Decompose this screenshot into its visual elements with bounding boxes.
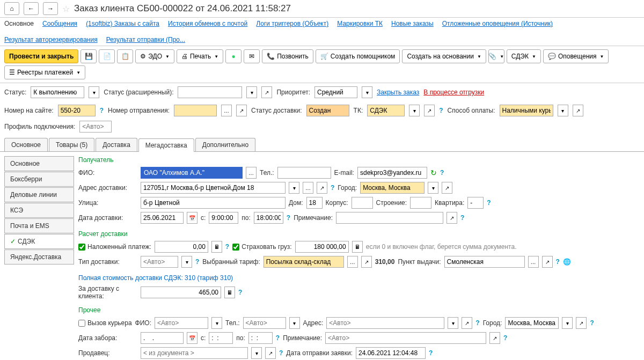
other-fio-input[interactable] bbox=[155, 317, 208, 329]
insure-calc[interactable]: 🖩 bbox=[352, 241, 363, 253]
street-input[interactable] bbox=[141, 197, 286, 209]
other-city-dropdown[interactable]: ▾ bbox=[562, 317, 573, 329]
link-autoreserve[interactable]: Результат авторезервирования bbox=[4, 36, 98, 43]
type-dropdown[interactable]: ▾ bbox=[181, 256, 192, 268]
status-input[interactable] bbox=[31, 86, 84, 98]
pickup-note-input[interactable] bbox=[325, 332, 486, 344]
address-input[interactable] bbox=[141, 182, 286, 194]
create-helper-button[interactable]: 🛒 Создать помощником bbox=[316, 49, 400, 63]
cdek-button[interactable]: СДЭК▼ bbox=[507, 49, 541, 63]
delivery-status-input[interactable] bbox=[306, 105, 349, 116]
other-tel-dropdown[interactable]: ▾ bbox=[289, 317, 300, 329]
help-icon[interactable]: ? bbox=[590, 319, 594, 327]
fio-input[interactable] bbox=[141, 167, 243, 179]
address-open[interactable]: ↗ bbox=[317, 182, 327, 194]
courier-checkbox[interactable]: Вызов курьера bbox=[78, 319, 132, 327]
help-icon[interactable]: ? bbox=[475, 319, 479, 327]
link-messages[interactable]: Сообщения bbox=[42, 20, 77, 27]
fio-browse[interactable]: … bbox=[246, 167, 257, 179]
address-browse[interactable]: … bbox=[303, 182, 313, 194]
seller-open[interactable]: ↗ bbox=[265, 347, 276, 359]
cod-input[interactable] bbox=[155, 241, 208, 253]
help-icon[interactable]: ? bbox=[287, 214, 290, 222]
link-marking[interactable]: Маркировки ТК bbox=[337, 20, 383, 27]
note-input[interactable] bbox=[336, 212, 443, 224]
other-tel-input[interactable] bbox=[243, 317, 286, 329]
delivery-cost-input[interactable] bbox=[141, 286, 221, 298]
seller-input[interactable] bbox=[141, 347, 248, 359]
request-date-input[interactable] bbox=[356, 347, 426, 359]
flat-input[interactable] bbox=[467, 197, 484, 209]
globe-icon[interactable]: 🌐 bbox=[563, 258, 571, 266]
link-triggers[interactable]: Логи триггеров (Объект) bbox=[256, 20, 328, 27]
help-icon[interactable]: ? bbox=[100, 107, 104, 114]
from-input[interactable] bbox=[209, 212, 238, 224]
star-icon[interactable]: ☆ bbox=[62, 4, 70, 14]
insure-checkbox[interactable]: Страховать груз: bbox=[232, 243, 292, 251]
tk-open[interactable]: ↗ bbox=[424, 105, 435, 116]
forward-button[interactable]: → bbox=[43, 2, 58, 15]
link-send-result[interactable]: Результат отправки (Про... bbox=[106, 36, 185, 43]
whatsapp-button[interactable]: ● bbox=[225, 49, 241, 63]
help-icon[interactable]: ? bbox=[503, 334, 507, 342]
cod-checkbox[interactable]: Наложенный платеж: bbox=[78, 243, 151, 251]
link-notifications[interactable]: Отложенные оповещения (Источник) bbox=[442, 20, 553, 27]
status-ext-dropdown[interactable]: ▾ bbox=[246, 86, 257, 98]
city-dropdown[interactable]: ▾ bbox=[428, 182, 438, 194]
pickup-note-open[interactable]: ↗ bbox=[489, 332, 500, 344]
help-icon[interactable]: ? bbox=[556, 258, 560, 266]
city-input[interactable] bbox=[360, 182, 425, 194]
link-main[interactable]: Основное bbox=[4, 20, 34, 27]
tab-main[interactable]: Основное bbox=[4, 138, 48, 151]
other-address-dropdown[interactable]: ▾ bbox=[448, 317, 458, 329]
submit-button[interactable]: Провести и закрыть bbox=[4, 49, 78, 63]
close-order-link[interactable]: Закрыть заказ bbox=[377, 89, 419, 96]
link-orders[interactable]: (1softbiz) Заказы с сайта bbox=[86, 20, 159, 27]
tab-additional[interactable]: Дополнительно bbox=[195, 138, 255, 151]
priority-input[interactable] bbox=[314, 86, 357, 98]
pickup-date-picker[interactable]: 📅 bbox=[187, 332, 197, 344]
pickup-to-input[interactable] bbox=[248, 332, 273, 344]
sidebar-cdek[interactable]: ✓СДЭК bbox=[4, 234, 74, 249]
tk-dropdown[interactable]: ▾ bbox=[409, 105, 420, 116]
help-icon[interactable]: ? bbox=[439, 107, 443, 114]
sidebar-main[interactable]: Основное bbox=[4, 156, 74, 171]
other-address-input[interactable] bbox=[326, 317, 444, 329]
profile-input[interactable] bbox=[79, 121, 112, 133]
address-dropdown[interactable]: ▾ bbox=[289, 182, 299, 194]
edo-button[interactable]: ⚙ ЭДО▼ bbox=[135, 49, 174, 63]
shipment-browse[interactable]: … bbox=[221, 105, 232, 116]
tab-goods[interactable]: Товары (5) bbox=[49, 138, 94, 151]
cod-calc[interactable]: 🖩 bbox=[211, 241, 222, 253]
help-icon[interactable]: ? bbox=[331, 184, 334, 192]
priority-dropdown[interactable]: ▾ bbox=[362, 86, 372, 98]
link-mail-history[interactable]: История обменов с почтой bbox=[168, 20, 247, 27]
house-input[interactable] bbox=[306, 197, 323, 209]
sidebar-yandex[interactable]: Яндекс.Доставка bbox=[4, 249, 74, 265]
help-icon[interactable]: ? bbox=[225, 243, 229, 251]
sidebar-post-ems[interactable]: Почта и EMS bbox=[4, 218, 74, 233]
shipment-open[interactable]: ↗ bbox=[236, 105, 247, 116]
type-input[interactable] bbox=[141, 256, 178, 268]
tel-input[interactable] bbox=[277, 167, 331, 179]
doc-button[interactable]: 📋 bbox=[117, 49, 133, 63]
help-icon[interactable]: ? bbox=[238, 289, 242, 296]
payment-input[interactable] bbox=[500, 105, 553, 116]
point-open[interactable]: ↗ bbox=[542, 256, 553, 268]
status-dropdown[interactable]: ▾ bbox=[89, 86, 99, 98]
tk-input[interactable] bbox=[367, 105, 405, 116]
help-icon[interactable]: ? bbox=[276, 334, 280, 342]
pickup-from-input[interactable] bbox=[209, 332, 233, 344]
help-icon[interactable]: ? bbox=[440, 169, 444, 177]
mail-button[interactable]: ✉ bbox=[244, 49, 260, 63]
other-city-open[interactable]: ↗ bbox=[576, 317, 587, 329]
other-fio-dropdown[interactable]: ▾ bbox=[211, 317, 222, 329]
payment-open[interactable]: ↗ bbox=[573, 105, 583, 116]
help-icon[interactable]: ? bbox=[429, 349, 433, 357]
shipment-input[interactable] bbox=[174, 105, 217, 116]
help-icon[interactable]: ? bbox=[279, 349, 283, 357]
point-input[interactable] bbox=[444, 256, 525, 268]
sidebar-boxberry[interactable]: Боксберри bbox=[4, 172, 74, 187]
status-ext-input[interactable] bbox=[178, 86, 242, 98]
registry-button[interactable]: ☰ Реестры платежей▼ bbox=[4, 65, 85, 79]
